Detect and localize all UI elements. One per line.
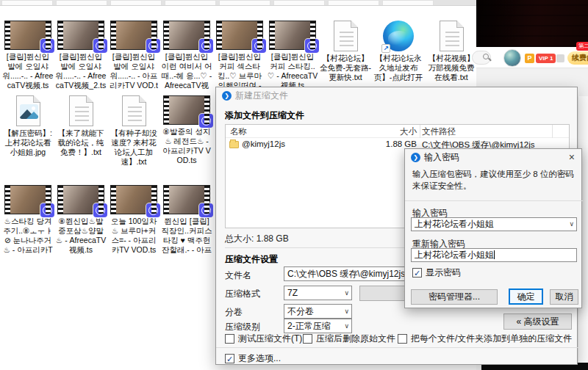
- desktop-icon-label: 【村花论坛永久地址发布页】-点此打开: [373, 54, 424, 82]
- search-icon[interactable]: [483, 54, 489, 59]
- checkbox-label: 把每个文件/文件夹添加到单独的压缩文件: [411, 333, 572, 345]
- desktop-icon-video[interactable]: ▶[클립]쮠신입 커피 섹스타킹..♡ 브루마의핸임떠여 - 아프리카TV VO…: [213, 21, 266, 91]
- desktop-icon-video[interactable]: ▶♨스타킹 당겨주기..⑧ㅗㅜㅑ⊘ 눈나나주거♨ - 아프리카TV V...: [1, 185, 54, 255]
- bandizip-icon: ❯: [222, 91, 232, 101]
- desktop-icon-edge[interactable]: ↗【村花论坛永久地址发布页】-点此打开: [372, 21, 425, 91]
- checkbox-checked-icon: ✓: [225, 354, 234, 363]
- desktop-icon-label: [클립]쮠신입 커피 섹스타킹..♡ 브루마의핸임떠여 - 아프리카TV VO.…: [214, 52, 265, 91]
- video-thumbnail-icon: ▶: [269, 21, 316, 50]
- column-divider[interactable]: [420, 125, 420, 138]
- promo-ribbon: 第二件半价: [576, 42, 588, 51]
- desktop-icon-video[interactable]: ▶쮠신입 [클립] 직장인..커피스타킹 ♥ 맥주헌잔할래.- - 아프리카TV…: [160, 185, 213, 255]
- checkbox-label: 测试压缩文件(T): [238, 333, 302, 345]
- image-file-icon: [16, 95, 40, 126]
- text-file-icon: [440, 21, 464, 51]
- edge-browser-icon: ↗: [383, 21, 414, 51]
- play-badge-icon: ▶: [40, 203, 54, 217]
- delete-after-checkbox[interactable]: 压缩后删除原始文件: [303, 333, 395, 345]
- play-badge-icon: ▶: [199, 114, 213, 128]
- desktop-icon-label: [클립]쮠신입 커피 스타킹..♡ - AfreecaTV视频.ts: [267, 52, 318, 90]
- background-tab: [382, 0, 434, 5]
- background-tab: [165, 0, 216, 5]
- separate-archives-checkbox[interactable]: 把每个文件/文件夹添加到单独的压缩文件: [398, 333, 572, 345]
- vip-badge[interactable]: VIP 1: [536, 54, 556, 63]
- show-password-checkbox[interactable]: ✓ 显示密码: [412, 266, 461, 279]
- more-options-checkbox[interactable]: ✓ 更多选项...: [225, 352, 281, 365]
- video-thumbnail-icon: ▶: [4, 185, 51, 214]
- ok-button[interactable]: 确定: [509, 289, 543, 305]
- file-name: @kimyj12js: [242, 139, 285, 148]
- format-select[interactable]: 7Z ∨: [284, 286, 352, 300]
- desktop-icon-video[interactable]: ▶[클립]쮠신입 발에 오일샤워.....-.. - AfreecaTV视频_2…: [54, 21, 107, 91]
- play-badge-icon: ▶: [93, 203, 107, 217]
- advanced-settings-button[interactable]: « 高级设置: [503, 313, 572, 330]
- background-tab: [56, 0, 107, 5]
- checkbox-checked-icon: ✓: [412, 268, 422, 278]
- play-badge-icon: ▶: [93, 39, 107, 53]
- desktop-icon-video[interactable]: ▶[클립]쮠신입 커피 스타킹..♡ - AfreecaTV视频.ts: [266, 21, 319, 91]
- column-divider[interactable]: [552, 125, 553, 138]
- background-tab: [328, 0, 379, 5]
- bandizip-icon: ❯: [411, 153, 420, 162]
- video-thumbnail-icon: ▶: [57, 21, 104, 50]
- desktop-icon-label: 쮠신입 [클립] 직장인..커피스타킹 ♥ 맥주헌잔할래.- - 아프리카TV.…: [161, 217, 212, 255]
- close-icon[interactable]: ×: [569, 151, 575, 163]
- volume-select[interactable]: 不分卷 ∨: [284, 304, 352, 319]
- enter-password-dialog: ❯ 输入密码 × 输入压缩包密码，建议使用至少 8 位的密码来保证安全性。 输入…: [404, 148, 582, 308]
- dialog-titlebar[interactable]: ❯ 输入密码: [405, 149, 581, 165]
- format-value: 7Z: [287, 288, 298, 298]
- archive-settings-section-title: 压缩文件设置: [225, 253, 278, 266]
- column-name[interactable]: 名称: [230, 126, 247, 137]
- browser-toolbar: P VIP 1 第二件半价 续费白金会员: [476, 47, 588, 68]
- checkbox-label: 压缩后删除原始文件: [316, 333, 395, 345]
- level-select[interactable]: 2-正常压缩 ∨: [284, 319, 352, 333]
- avatar[interactable]: [503, 49, 521, 67]
- confirm-password-input[interactable]: 上村花论坛看小姐姐: [411, 248, 577, 262]
- play-badge-icon: ▶: [252, 39, 266, 53]
- play-badge-icon: ▶: [199, 203, 213, 217]
- desktop-icon-txt[interactable]: 【村花视频】万部视频免费在线看.txt: [425, 21, 478, 91]
- desktop-icon-label: 【有种子却没速度? 来村花论坛人工加速】.txt: [108, 128, 159, 167]
- video-thumbnail-icon: ▶: [57, 185, 104, 214]
- desktop-icon-row-2: 【解压密码】: 上村花论坛看小姐姐.jpg【来了就能下载的论坛，纯免费！】.tx…: [1, 95, 213, 167]
- desktop-icon-image[interactable]: 【解压密码】: 上村花论坛看小姐姐.jpg: [1, 95, 54, 167]
- desktop-icon-video[interactable]: ▶오늘 100일차♨ 브루마+커스=- - 아프리카TV VOD.ts: [107, 185, 160, 255]
- desktop-icon-video[interactable]: ▶⑧발중의 성지♨ 레전드♨ - 아프리카TV VOD.ts: [160, 95, 213, 167]
- column-size[interactable]: 大小: [400, 126, 417, 137]
- volume-value: 不分卷: [287, 306, 314, 316]
- points-badge[interactable]: P: [525, 54, 534, 63]
- renew-membership-button[interactable]: 续费白金会员: [567, 51, 588, 65]
- filename-label: 文件名: [225, 269, 251, 282]
- desktop-icon-txt[interactable]: 【来了就能下载的论坛，纯免费！】.txt: [54, 95, 107, 167]
- dialog-titlebar[interactable]: ❯ 新建压缩文件: [216, 87, 577, 104]
- test-archive-checkbox[interactable]: 测试压缩文件(T): [225, 333, 302, 345]
- file-list-header: 名称 大小 文件路径: [226, 125, 569, 138]
- password-input[interactable]: 上村花论坛看小姐姐 ∨: [411, 217, 577, 231]
- browser-video-content: [476, 0, 588, 47]
- desktop-icon-txt[interactable]: 【村花论坛】全免费-无套路-更新快.txt: [319, 21, 372, 91]
- desktop-icon-video[interactable]: ▶[클립]쮠신입 이런 여비서 어때..-헤 응...♡ - AfreecaTV…: [160, 21, 213, 91]
- desktop-icon-video[interactable]: ▶[클립]쮠신입 발에 오일샤워.....-.. - 아프리카TV VOD.ts: [107, 21, 160, 91]
- desktop-icon-video[interactable]: ▶⑧쮠신입♨발중포삼♨양말♨ - AfreecaTV视频.ts: [54, 185, 107, 255]
- desktop-icon-label: [클립]쮠신입 발에 오일샤워.....-.. - 아프리카TV VOD.ts: [108, 52, 159, 91]
- toolbar-mini-icon[interactable]: [556, 54, 564, 62]
- add-files-section-title: 添加文件到压缩文件: [225, 109, 304, 122]
- volume-label: 分卷: [225, 306, 243, 319]
- play-badge-icon: ▶: [199, 39, 213, 53]
- dialog-title: 新建压缩文件: [235, 90, 288, 102]
- desktop-icon-label: 【村花论坛】全免费-无套路-更新快.txt: [320, 54, 371, 82]
- video-thumbnail-icon: ▶: [110, 21, 157, 50]
- cancel-button[interactable]: 取消: [550, 289, 578, 305]
- desktop-icon-label: 【解压密码】: 上村花论坛看小姐姐.jpg: [2, 128, 54, 157]
- text-file-icon: [334, 21, 358, 51]
- checkbox-label: 更多选项...: [238, 352, 281, 365]
- password-manager-button[interactable]: 密码管理器...: [411, 289, 498, 305]
- checkbox-label: 显示密码: [426, 266, 461, 279]
- desktop-icon-video[interactable]: ▶[클립]쮠신입 발에 오일샤워.....-.. - AfreecaTV视频.t…: [1, 21, 54, 91]
- column-path[interactable]: 文件路径: [422, 126, 456, 137]
- text-file-icon: [69, 95, 93, 126]
- desktop-icon-label: ⑧발중의 성지♨ 레전드♨ - 아프리카TV VOD.ts: [161, 127, 212, 165]
- text-caret: [494, 250, 495, 259]
- desktop-icon-txt[interactable]: 【有种子却没速度? 来村花论坛人工加速】.txt: [107, 95, 160, 167]
- password-hint-text: 输入压缩包密码，建议使用至少 8 位的密码来保证安全性。: [412, 168, 577, 192]
